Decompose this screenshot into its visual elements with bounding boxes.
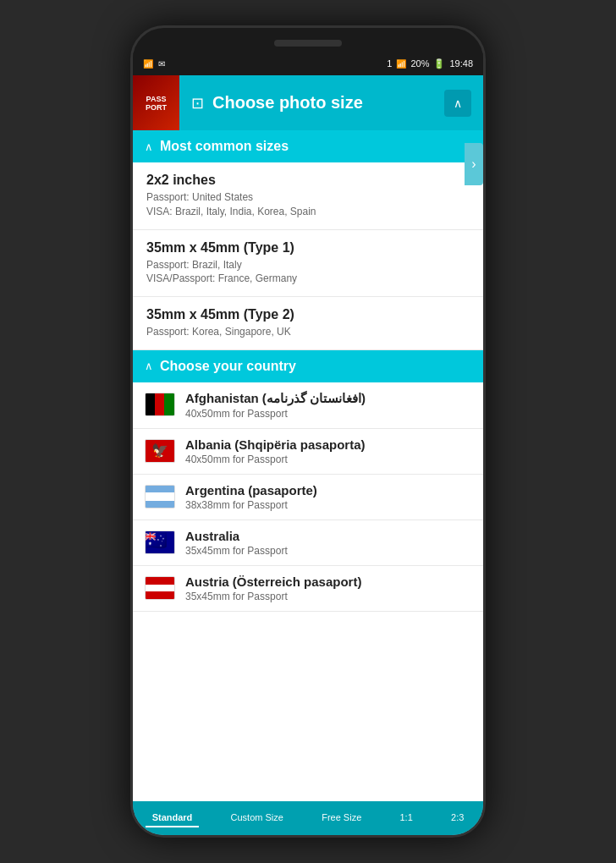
choose-country-header[interactable]: ∧ Choose your country bbox=[133, 350, 483, 382]
size-item-2-title: 35mm x 45mm (Type 1) bbox=[146, 240, 470, 256]
size-item-1-title: 2x2 inches bbox=[146, 173, 470, 188]
tab-free-size[interactable]: Free Size bbox=[315, 809, 368, 827]
battery-percent: 20% bbox=[410, 58, 429, 69]
crop-icon: ⊡ bbox=[191, 94, 204, 113]
chevron-up-icon: ∧ bbox=[454, 96, 462, 110]
list-area: ∧ Most common sizes 2x2 inches Passport:… bbox=[133, 130, 483, 801]
country-name-albania: Albania (Shqipëria pasaporta) bbox=[185, 437, 471, 452]
size-item-3-title: 35mm x 45mm (Type 2) bbox=[146, 307, 470, 322]
subsection-chevron-icon: ∧ bbox=[145, 140, 153, 153]
wifi-icon: 📶 bbox=[143, 59, 153, 69]
header-left: ⊡ Choose photo size bbox=[191, 93, 363, 113]
country-name-afghanistan: Afghanistan (افغانستان گذرنامه) bbox=[185, 391, 471, 406]
header-collapse-button[interactable]: ∧ bbox=[444, 90, 471, 117]
tab-custom-size[interactable]: Custom Size bbox=[224, 809, 290, 827]
app-icon-thumb: PASSPORT bbox=[133, 75, 179, 130]
size-item-2-line2: VISA/Passport: France, Germany bbox=[146, 272, 470, 286]
country-item-argentina[interactable]: Argentina (pasaporte) 38x38mm for Passpo… bbox=[133, 475, 483, 520]
bottom-tabs: Standard Custom Size Free Size 1:1 2:3 bbox=[133, 801, 483, 835]
phone-screen: › PASSPORT ⊡ Choose photo size ∧ bbox=[133, 75, 483, 835]
flag-argentina bbox=[145, 485, 175, 508]
network-badge: 1 bbox=[387, 58, 392, 69]
tab-2-3[interactable]: 2:3 bbox=[444, 809, 470, 827]
country-info-australia: Australia 35x45mm for Passport bbox=[185, 529, 471, 557]
choose-photo-size-header[interactable]: ⊡ Choose photo size ∧ bbox=[179, 75, 483, 130]
country-desc-afghanistan: 40x50mm for Passport bbox=[185, 408, 471, 420]
country-section-chevron-icon: ∧ bbox=[145, 360, 153, 372]
side-arrow-button[interactable]: › bbox=[465, 143, 483, 185]
size-item-2[interactable]: 35mm x 45mm (Type 1) Passport: Brazil, I… bbox=[133, 230, 483, 298]
most-common-sizes-label: Most common sizes bbox=[160, 139, 289, 154]
size-item-2-line1: Passport: Brazil, Italy bbox=[146, 258, 470, 272]
country-name-argentina: Argentina (pasaporte) bbox=[185, 483, 471, 497]
country-desc-argentina: 38x38mm for Passport bbox=[185, 499, 471, 511]
flag-afghanistan bbox=[145, 393, 175, 416]
country-item-albania[interactable]: Albania (Shqipëria pasaporta) 40x50mm fo… bbox=[133, 429, 483, 475]
signal-icon: 📶 bbox=[396, 59, 406, 69]
flag-australia bbox=[145, 530, 175, 554]
country-item-australia[interactable]: Australia 35x45mm for Passport bbox=[133, 520, 483, 566]
app-icon-text: PASSPORT bbox=[146, 95, 167, 112]
country-info-austria: Austria (Österreich pasaport) 35x45mm fo… bbox=[185, 574, 471, 602]
status-bar: 📶 ✉ 1 📶 20% 🔋 19:48 bbox=[133, 52, 483, 75]
country-info-argentina: Argentina (pasaporte) 38x38mm for Passpo… bbox=[185, 483, 471, 511]
flag-austria bbox=[145, 576, 175, 600]
status-right: 1 📶 20% 🔋 19:48 bbox=[387, 58, 473, 69]
header-title: Choose photo size bbox=[212, 93, 363, 113]
app-container: › PASSPORT ⊡ Choose photo size ∧ bbox=[133, 75, 483, 835]
size-item-1[interactable]: 2x2 inches Passport: United States VISA:… bbox=[133, 162, 483, 230]
country-info-albania: Albania (Shqipëria pasaporta) 40x50mm fo… bbox=[185, 437, 471, 465]
country-item-afghanistan[interactable]: Afghanistan (افغانستان گذرنامه) 40x50mm … bbox=[133, 382, 483, 429]
country-info-afghanistan: Afghanistan (افغانستان گذرنامه) 40x50mm … bbox=[185, 391, 471, 420]
size-item-3-line1: Passport: Korea, Singapore, UK bbox=[146, 325, 470, 339]
country-name-australia: Australia bbox=[185, 529, 471, 543]
tab-standard[interactable]: Standard bbox=[146, 809, 200, 827]
battery-icon: 🔋 bbox=[433, 58, 445, 69]
most-common-sizes-header[interactable]: ∧ Most common sizes bbox=[133, 130, 483, 162]
size-item-1-line2: VISA: Brazil, Italy, India, Korea, Spain bbox=[146, 205, 470, 219]
phone-speaker bbox=[274, 40, 342, 47]
size-item-3[interactable]: 35mm x 45mm (Type 2) Passport: Korea, Si… bbox=[133, 297, 483, 350]
flag-albania bbox=[145, 439, 175, 463]
size-item-1-line1: Passport: United States bbox=[146, 190, 470, 205]
app-header-row: PASSPORT ⊡ Choose photo size ∧ bbox=[133, 75, 483, 130]
choose-country-label: Choose your country bbox=[160, 359, 296, 374]
country-desc-albania: 40x50mm for Passport bbox=[185, 453, 471, 465]
time-display: 19:48 bbox=[449, 58, 473, 69]
msg-icon: ✉ bbox=[158, 59, 165, 69]
status-left: 📶 ✉ bbox=[143, 59, 165, 69]
tab-1-1[interactable]: 1:1 bbox=[393, 809, 420, 827]
phone-device: 📶 ✉ 1 📶 20% 🔋 19:48 › PASSPORT bbox=[130, 25, 486, 838]
country-desc-austria: 35x45mm for Passport bbox=[185, 591, 471, 602]
country-desc-australia: 35x45mm for Passport bbox=[185, 545, 471, 557]
country-item-austria[interactable]: Austria (Österreich pasaport) 35x45mm fo… bbox=[133, 566, 483, 612]
country-name-austria: Austria (Österreich pasaport) bbox=[185, 574, 471, 589]
